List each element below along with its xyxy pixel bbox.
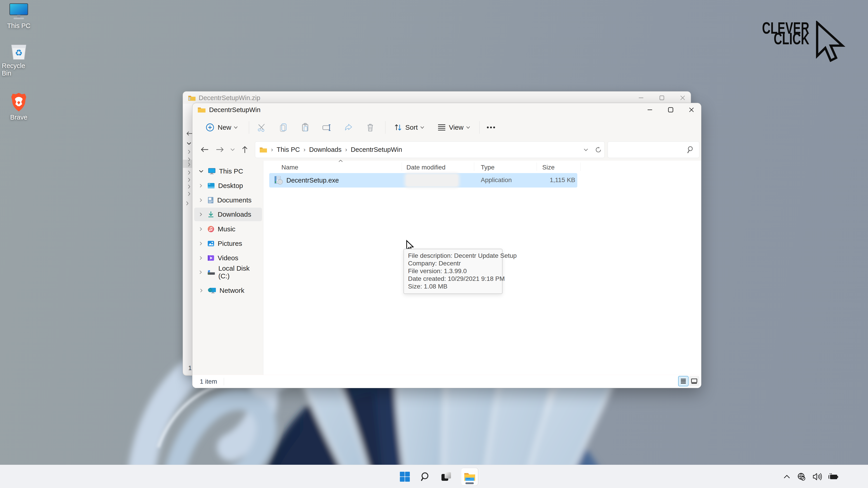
folder-icon: [197, 106, 206, 113]
zip-maximize-button[interactable]: [655, 92, 669, 104]
share-icon: [344, 123, 353, 132]
chevron-right-icon: [187, 149, 191, 154]
view-lines-icon: [437, 123, 446, 131]
chevron-right-icon[interactable]: [198, 227, 204, 231]
rename-icon: [322, 123, 332, 132]
file-info-tooltip: File description: Decentr Update Setup C…: [403, 249, 502, 294]
column-header-date-modified[interactable]: Date modified: [406, 164, 445, 171]
sidebar-item-music[interactable]: Music: [194, 222, 262, 236]
file-explorer-taskbar-button[interactable]: [461, 468, 478, 485]
desktop-icon-this-pc[interactable]: This PC: [2, 3, 36, 30]
rename-button[interactable]: [320, 120, 334, 135]
chevron-down-icon: [466, 126, 470, 129]
more-options-button[interactable]: [484, 120, 498, 135]
chevron-right-icon[interactable]: [198, 198, 204, 202]
sidebar-item-pictures[interactable]: Pictures: [194, 237, 262, 250]
desktop-icon-brave[interactable]: Brave: [2, 92, 36, 121]
breadcrumb-separator: ›: [345, 146, 347, 153]
videos-icon: [207, 254, 215, 262]
address-bar[interactable]: › This PC › Downloads › DecentrSetupWin: [255, 141, 604, 158]
chevron-right-icon: [187, 184, 191, 189]
paste-button[interactable]: [298, 120, 312, 135]
sidebar-item-desktop[interactable]: Desktop: [194, 179, 262, 193]
sort-button[interactable]: Sort: [391, 120, 428, 135]
volume-button[interactable]: [812, 473, 822, 481]
new-button[interactable]: New: [202, 120, 242, 135]
explorer-window[interactable]: DecentrSetupWin New: [192, 103, 702, 388]
this-pc-icon: [9, 3, 29, 21]
explorer-close-button[interactable]: [684, 103, 699, 116]
chevron-down-icon: [234, 126, 238, 129]
thumbnail-view-toggle[interactable]: [689, 376, 700, 386]
desktop-icon-label: Brave: [10, 113, 27, 121]
chevron-right-icon[interactable]: [198, 212, 204, 217]
desktop-icon-recycle-bin[interactable]: ♻ Recycle Bin: [2, 43, 36, 77]
chevron-right-icon[interactable]: [198, 270, 204, 274]
back-arrow-icon: [186, 131, 193, 136]
sidebar-item-network[interactable]: Network: [194, 284, 262, 297]
search-input[interactable]: [608, 141, 700, 158]
minimize-icon: [647, 107, 653, 113]
file-type: Application: [481, 176, 512, 184]
chevron-right-icon: [186, 201, 189, 206]
network-status-button[interactable]: [797, 472, 806, 481]
this-pc-icon: [208, 168, 216, 175]
chevron-right-icon[interactable]: [198, 256, 204, 260]
column-separator[interactable]: [402, 162, 402, 171]
tooltip-size: Size: 1.08 MB: [408, 283, 498, 290]
nav-back-button[interactable]: [199, 144, 211, 156]
chevron-right-icon[interactable]: [198, 288, 204, 293]
start-button[interactable]: [399, 471, 411, 483]
breadcrumb-decentrsetupwin[interactable]: DecentrSetupWin: [351, 146, 402, 153]
sidebar-item-local-disk-c[interactable]: Local Disk (C:): [194, 265, 262, 279]
column-header-size[interactable]: Size: [542, 164, 555, 171]
maximize-icon: [659, 95, 665, 101]
copy-button[interactable]: [276, 120, 291, 135]
tooltip-file-version: File version: 1.3.99.0: [408, 267, 498, 275]
breadcrumb-this-pc[interactable]: This PC: [277, 146, 300, 153]
zip-close-button[interactable]: [675, 92, 690, 104]
svg-text:♻: ♻: [15, 48, 23, 58]
sidebar-item-videos[interactable]: Videos: [194, 251, 262, 265]
nav-recent-chevron-button[interactable]: [227, 144, 239, 156]
chevron-down-icon[interactable]: [583, 148, 589, 152]
details-view-toggle[interactable]: [678, 376, 688, 386]
nav-forward-button[interactable]: [214, 144, 226, 156]
task-view-button[interactable]: [440, 471, 452, 483]
refresh-icon[interactable]: [594, 146, 602, 154]
explorer-maximize-button[interactable]: [663, 103, 678, 116]
view-button[interactable]: View: [434, 120, 473, 135]
chevron-right-icon[interactable]: [198, 184, 204, 188]
sidebar-item-this-pc[interactable]: This PC: [194, 164, 262, 178]
plus-circle-icon: [206, 123, 215, 132]
explorer-minimize-button[interactable]: [643, 103, 657, 116]
sidebar-item-label: Pictures: [218, 240, 242, 248]
breadcrumb-downloads[interactable]: Downloads: [309, 146, 341, 153]
chevron-down-icon: [186, 142, 191, 145]
chevron-down-icon: [230, 148, 235, 151]
taskbar-search-button[interactable]: [420, 471, 432, 483]
chevron-right-icon: [187, 191, 191, 196]
sidebar-item-label: Local Disk (C:): [218, 265, 262, 280]
desktop-icons: This PC ♻ Recycle Bin Brave: [2, 2, 36, 121]
battery-button[interactable]: [828, 473, 839, 481]
column-header-name[interactable]: Name: [281, 164, 298, 171]
delete-button[interactable]: [363, 120, 377, 135]
chevron-right-icon[interactable]: [198, 241, 204, 246]
zip-status-fragment: 1: [188, 365, 192, 372]
folder-icon: [259, 147, 268, 153]
sidebar-item-downloads[interactable]: Downloads: [194, 207, 262, 221]
zip-minimize-button[interactable]: [634, 92, 648, 104]
chevron-down-icon: [420, 126, 425, 129]
sidebar-item-documents[interactable]: Documents: [194, 193, 262, 207]
zip-window-titlebar: DecentrSetupWin.zip: [188, 94, 260, 102]
hidden-icons-button[interactable]: [783, 474, 791, 479]
chevron-down-icon[interactable]: [198, 170, 204, 173]
arrow-back-icon: [200, 146, 209, 153]
share-button[interactable]: [341, 120, 356, 135]
search-magnifier-icon: [421, 471, 431, 482]
nav-up-button[interactable]: [239, 144, 251, 156]
column-header-type[interactable]: Type: [481, 164, 495, 171]
cut-button[interactable]: [254, 120, 269, 135]
statusbar-separator: [224, 378, 224, 385]
